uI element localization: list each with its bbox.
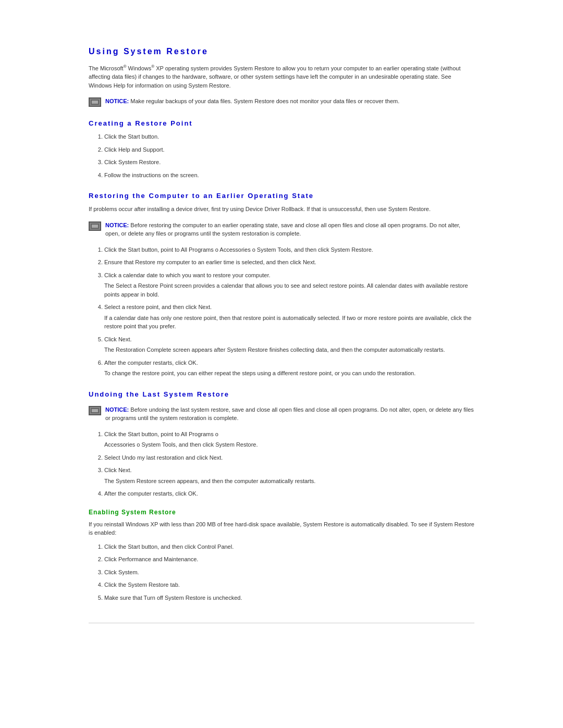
restoring-step-4: Select a restore point, and then click N… — [104, 303, 474, 331]
notice-box-1: NOTICE: Make regular backups of your dat… — [89, 97, 474, 107]
notice-symbol-icon — [91, 100, 99, 105]
undoing-steps-list: Click the Start button, point to All Pro… — [104, 430, 474, 498]
restoring-step-5-sub: The Restoration Complete screen appears … — [104, 346, 474, 354]
notice-content-1: Make regular backups of your data files.… — [130, 98, 399, 104]
notice-text-1: NOTICE: Make regular backups of your dat… — [105, 97, 399, 106]
undoing-step-1: Click the Start button, point to All Pro… — [104, 430, 474, 449]
enabling-section-title: Enabling System Restore — [89, 509, 474, 516]
undoing-step-1-sub: Accessories o System Tools, and then cli… — [104, 440, 474, 449]
notice-icon-1 — [89, 97, 101, 107]
restoring-step-5: Click Next. The Restoration Complete scr… — [104, 335, 474, 354]
notice-icon-inner-2 — [90, 223, 100, 230]
undoing-step-2: Select Undo my last restoration and clic… — [104, 453, 474, 462]
restoring-step-6: After the computer restarts, click OK. T… — [104, 359, 474, 378]
notice-label-1: NOTICE: — [105, 98, 129, 104]
undoing-step-3: Click Next. The System Restore screen ap… — [104, 466, 474, 485]
notice-icon-3 — [89, 406, 101, 415]
restoring-step-4-sub: If a calendar date has only one restore … — [104, 314, 474, 331]
notice-icon-inner-3 — [90, 407, 100, 414]
enabling-steps-list: Click the Start button, and then click C… — [104, 542, 474, 602]
notice-symbol-icon-3 — [91, 408, 99, 413]
page-container: Using System Restore The Microsoft® Wind… — [47, 0, 516, 665]
notice-icon-inner-1 — [90, 98, 100, 106]
notice-box-3: NOTICE: Before undoing the last system r… — [89, 405, 474, 423]
notice-text-3: NOTICE: Before undoing the last system r… — [105, 405, 474, 423]
undoing-section-title: Undoing the Last System Restore — [89, 390, 474, 398]
enabling-step-4: Click the System Restore tab. — [104, 581, 474, 589]
creating-step-1: Click the Start button. — [104, 132, 474, 141]
enabling-intro: If you reinstall Windows XP with less th… — [89, 520, 474, 537]
creating-step-2: Click Help and Support. — [104, 145, 474, 154]
enabling-step-5: Make sure that Turn off System Restore i… — [104, 594, 474, 602]
notice-icon-2 — [89, 221, 101, 231]
notice-box-2: NOTICE: Before restoring the computer to… — [89, 221, 474, 238]
creating-steps-list: Click the Start button. Click Help and S… — [104, 132, 474, 179]
restoring-step-6-sub: To change the restore point, you can eit… — [104, 369, 474, 378]
notice-label-3: NOTICE: — [105, 406, 129, 413]
svg-rect-3 — [92, 225, 98, 228]
restoring-step-1: Click the Start button, point to All Pro… — [104, 245, 474, 254]
notice-content-2: Before restoring the computer to an earl… — [105, 222, 460, 237]
restoring-steps-list: Click the Start button, point to All Pro… — [104, 245, 474, 378]
undoing-step-3-sub: The System Restore screen appears, and t… — [104, 477, 474, 486]
svg-rect-5 — [92, 409, 98, 412]
notice-label-2: NOTICE: — [105, 222, 129, 228]
main-title: Using System Restore — [89, 47, 474, 56]
svg-rect-1 — [92, 101, 98, 104]
creating-step-3: Click System Restore. — [104, 158, 474, 167]
restoring-step-3: Click a calendar date to which you want … — [104, 271, 474, 299]
notice-content-3: Before undoing the last system restore, … — [105, 406, 474, 422]
page-divider — [89, 623, 474, 623]
notice-symbol-icon-2 — [91, 224, 99, 229]
enabling-step-2: Click Performance and Maintenance. — [104, 555, 474, 564]
creating-section-title: Creating a Restore Point — [89, 119, 474, 127]
restoring-step-3-sub: The Select a Restore Point screen provid… — [104, 281, 474, 299]
creating-step-4: Follow the instructions on the screen. — [104, 171, 474, 180]
intro-paragraph: The Microsoft® Windows® XP operating sys… — [89, 64, 474, 90]
restoring-intro: If problems occur after installing a dev… — [89, 205, 474, 214]
notice-text-2: NOTICE: Before restoring the computer to… — [105, 221, 474, 238]
enabling-step-1: Click the Start button, and then click C… — [104, 542, 474, 551]
enabling-step-3: Click System. — [104, 568, 474, 577]
restoring-step-2: Ensure that Restore my computer to an ea… — [104, 258, 474, 267]
undoing-step-4: After the computer restarts, click OK. — [104, 489, 474, 498]
restoring-section-title: Restoring the Computer to an Earlier Ope… — [89, 192, 474, 200]
